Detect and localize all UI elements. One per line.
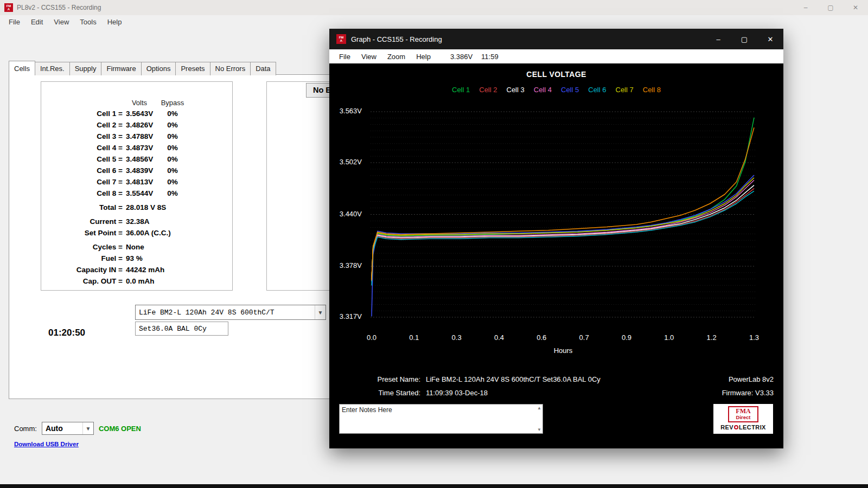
- graph-menu-items: FileViewZoomHelp: [334, 53, 436, 61]
- cell-row: Cell 1 =3.5643V0%: [41, 108, 232, 119]
- main-titlebar: FMA PL8v2 - CCS155 - Recording – ▢ ✕: [0, 0, 868, 15]
- graph-menu-item-file[interactable]: File: [334, 53, 356, 61]
- cell-label: Cell 7 =: [41, 176, 123, 188]
- screen: FMA PL8v2 - CCS155 - Recording – ▢ ✕ Fil…: [0, 0, 868, 488]
- charge-summary: Total =28.018 V 8SCurrent =32.38ASet Poi…: [41, 202, 232, 287]
- series-cell-7: [372, 178, 754, 279]
- x-tick-label: 0.0: [361, 333, 382, 342]
- graph-menu-item-help[interactable]: Help: [411, 53, 436, 61]
- cell-row: Cell 8 =3.5544V0%: [41, 188, 232, 199]
- comm-port-dropdown[interactable]: Auto ▼: [42, 422, 94, 435]
- x-tick-label: 1.3: [743, 333, 765, 342]
- tab-supply[interactable]: Supply: [69, 62, 102, 75]
- tab-options[interactable]: Options: [141, 62, 176, 75]
- bypass-header: Bypass: [156, 98, 189, 108]
- scroll-down-icon[interactable]: ▼: [537, 427, 541, 432]
- time-started-label: Time Started:: [338, 386, 420, 400]
- cell-row: Cell 4 =3.4873V0%: [41, 142, 232, 153]
- cell-volts: 3.4788V: [123, 131, 156, 142]
- tab-cells[interactable]: Cells: [9, 61, 35, 75]
- summary-row: Total =28.018 V 8S: [41, 202, 232, 213]
- maximize-icon[interactable]: ▢: [731, 29, 757, 49]
- menu-item-edit[interactable]: Edit: [25, 18, 48, 26]
- y-tick-label: 3.317V: [331, 312, 362, 320]
- cells-column-headers: Volts Bypass: [41, 98, 232, 108]
- graph-window-title: Graph - CCS155 - Recording: [351, 35, 705, 43]
- close-icon[interactable]: ✕: [843, 0, 868, 15]
- cell-bypass: 0%: [156, 131, 189, 142]
- cell-volts: 3.5544V: [123, 188, 156, 199]
- cell-row: Cell 3 =3.4788V0%: [41, 131, 232, 142]
- chevron-down-icon[interactable]: ▼: [82, 422, 93, 434]
- x-tick-label: 0.7: [573, 333, 595, 342]
- minimize-icon[interactable]: –: [793, 0, 818, 15]
- series-cell-1: [372, 118, 754, 281]
- tab-data[interactable]: Data: [250, 62, 276, 75]
- legend-cell-4: Cell 4: [534, 86, 552, 94]
- preset-dropdown[interactable]: LiFe BM2-L 120Ah 24V 8S 600thC/T ▼: [135, 305, 326, 320]
- series-cell-8: [372, 127, 754, 280]
- revolectrix-o-icon: [734, 425, 738, 429]
- cell-voltage-rows: Cell 1 =3.5643V0%Cell 2 =3.4826V0%Cell 3…: [41, 108, 232, 199]
- scroll-up-icon[interactable]: ▲: [537, 406, 541, 410]
- summary-value: None: [123, 241, 232, 253]
- revolectrix-prefix: REV: [720, 424, 733, 431]
- graph-titlebar: FMA Graph - CCS155 - Recording – ▢ ✕: [329, 29, 783, 49]
- tab-int-res[interactable]: Int.Res.: [35, 62, 70, 75]
- summary-row: Capacity IN =44242 mAh: [41, 264, 232, 275]
- elapsed-timer: 01:20:50: [48, 328, 85, 338]
- summary-label: Cap. OUT =: [41, 275, 123, 287]
- tab-presets[interactable]: Presets: [175, 62, 210, 75]
- y-tick-label: 3.563V: [331, 107, 362, 115]
- summary-group: Current =32.38ASet Point =36.00A (C.C.): [41, 216, 232, 239]
- fma-app-icon: FMA: [4, 3, 13, 12]
- chevron-down-icon[interactable]: ▼: [315, 305, 326, 319]
- summary-label: Current =: [41, 216, 123, 227]
- notes-input[interactable]: [340, 404, 534, 433]
- legend-cell-3: Cell 3: [507, 86, 525, 94]
- cell-label: Cell 1 =: [41, 108, 123, 119]
- legend-cell-1: Cell 1: [452, 86, 470, 94]
- cell-bypass: 0%: [156, 176, 189, 188]
- main-window-title: PL8v2 - CCS155 - Recording: [17, 4, 793, 11]
- summary-label: Cycles =: [41, 241, 123, 253]
- summary-value: 36.00A (C.C.): [123, 227, 232, 239]
- download-usb-driver-link[interactable]: Download USB Driver: [14, 441, 79, 447]
- fma-logo-text: FMA: [729, 408, 757, 415]
- close-icon[interactable]: ✕: [757, 29, 783, 49]
- x-tick-label: 1.0: [658, 333, 680, 342]
- cell-volts: 3.4839V: [123, 165, 156, 176]
- preset-name-row: Preset Name: LiFe BM2-L 120Ah 24V 8S 600…: [338, 373, 601, 386]
- direct-logo-text: Direct: [729, 415, 757, 420]
- x-tick-label: 0.6: [531, 333, 552, 342]
- summary-value: 93 %: [123, 253, 232, 264]
- tab-no-errors[interactable]: No Errors: [210, 62, 251, 75]
- cell-label: Cell 5 =: [41, 153, 123, 165]
- cursor-voltage: 3.386V: [450, 53, 473, 61]
- tabstrip: CellsInt.Res.SupplyFirmwareOptionsPreset…: [9, 61, 276, 75]
- summary-label: Capacity IN =: [41, 264, 123, 275]
- minimize-icon[interactable]: –: [705, 29, 731, 49]
- menu-item-file[interactable]: File: [3, 18, 25, 26]
- cell-volts: 3.4873V: [123, 142, 156, 153]
- maximize-icon[interactable]: ▢: [818, 0, 843, 15]
- series-cell-6: [372, 191, 754, 285]
- x-axis-title: Hours: [371, 346, 756, 355]
- graph-menu-item-zoom[interactable]: Zoom: [382, 53, 411, 61]
- preset-settings-field[interactable]: Set36.0A BAL 0Cy: [135, 322, 228, 336]
- graph-window: FMA Graph - CCS155 - Recording – ▢ ✕ Fil…: [329, 29, 783, 448]
- summary-value: 32.38A: [123, 216, 232, 227]
- tab-firmware[interactable]: Firmware: [101, 62, 141, 75]
- preset-name-label: Preset Name:: [338, 373, 420, 386]
- time-started-row: Time Started: 11:09:39 03-Dec-18: [338, 386, 601, 400]
- comm-status: COM6 OPEN: [99, 425, 141, 433]
- firmware-version: Firmware: V3.33: [722, 386, 774, 400]
- legend-cell-8: Cell 8: [643, 86, 661, 94]
- menu-item-tools[interactable]: Tools: [74, 18, 101, 26]
- menu-item-view[interactable]: View: [48, 18, 74, 26]
- cell-bypass: 0%: [156, 188, 189, 199]
- graph-menu-item-view[interactable]: View: [356, 53, 382, 61]
- cell-row: Cell 7 =3.4813V0%: [41, 176, 232, 188]
- menu-item-help[interactable]: Help: [102, 18, 127, 26]
- summary-label: Total =: [41, 202, 123, 213]
